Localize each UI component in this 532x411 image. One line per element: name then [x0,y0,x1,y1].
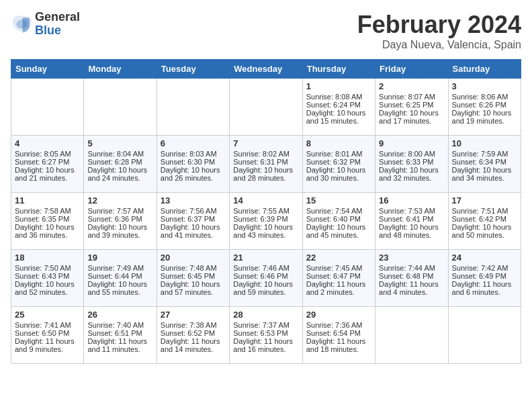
calendar-table: SundayMondayTuesdayWednesdayThursdayFrid… [11,59,521,364]
sunrise-text: Sunrise: 7:44 AM [379,264,435,272]
calendar-cell: 1Sunrise: 8:08 AMSunset: 6:24 PMDaylight… [302,79,375,136]
sunrise-text: Sunrise: 7:57 AM [87,207,144,215]
sunset-text: Sunset: 6:24 PM [306,101,361,109]
day-number: 29 [306,310,371,320]
day-number: 8 [306,138,371,148]
sunrise-text: Sunrise: 7:41 AM [15,321,71,329]
sunset-text: Sunset: 6:49 PM [452,272,506,280]
day-header-tuesday: Tuesday [157,60,229,79]
sunset-text: Sunset: 6:51 PM [87,329,142,337]
daylight-text: Daylight: 10 hours and 50 minutes. [452,223,512,239]
sunrise-text: Sunrise: 7:48 AM [161,264,217,272]
daylight-text: Daylight: 10 hours and 28 minutes. [233,166,293,182]
title-area: February 2024 Daya Nueva, Valencia, Spai… [357,11,521,51]
sunset-text: Sunset: 6:30 PM [161,158,215,166]
daylight-text: Daylight: 10 hours and 19 minutes. [452,109,512,125]
sunrise-text: Sunrise: 7:42 AM [452,264,508,272]
daylight-text: Daylight: 10 hours and 59 minutes. [233,280,293,296]
daylight-text: Daylight: 10 hours and 34 minutes. [452,166,512,182]
sunset-text: Sunset: 6:28 PM [87,158,142,166]
sunrise-text: Sunrise: 7:51 AM [452,207,508,215]
sunset-text: Sunset: 6:47 PM [306,272,361,280]
daylight-text: Daylight: 10 hours and 32 minutes. [379,166,439,182]
day-number: 15 [306,195,371,205]
calendar-cell [375,307,448,364]
sunrise-text: Sunrise: 8:01 AM [306,150,363,158]
sunset-text: Sunset: 6:52 PM [161,329,215,337]
header: General Blue February 2024 Daya Nueva, V… [11,11,521,51]
sunset-text: Sunset: 6:48 PM [379,272,433,280]
day-number: 11 [15,195,80,205]
daylight-text: Daylight: 10 hours and 17 minutes. [379,109,439,125]
sunset-text: Sunset: 6:39 PM [233,215,287,223]
day-number: 22 [306,253,371,263]
sunset-text: Sunset: 6:26 PM [452,101,506,109]
sunrise-text: Sunrise: 7:38 AM [161,321,217,329]
calendar-cell: 6Sunrise: 8:03 AMSunset: 6:30 PMDaylight… [157,136,229,193]
sunrise-text: Sunrise: 8:05 AM [15,150,71,158]
calendar-cell: 7Sunrise: 8:02 AMSunset: 6:31 PMDaylight… [230,136,302,193]
day-number: 7 [233,138,298,148]
sunset-text: Sunset: 6:45 PM [161,272,215,280]
daylight-text: Daylight: 11 hours and 4 minutes. [379,280,439,296]
sunrise-text: Sunrise: 7:54 AM [306,207,363,215]
daylight-text: Daylight: 11 hours and 2 minutes. [306,280,366,296]
calendar-cell: 24Sunrise: 7:42 AMSunset: 6:49 PMDayligh… [448,250,521,307]
daylight-text: Daylight: 10 hours and 15 minutes. [306,109,366,125]
header-row: SundayMondayTuesdayWednesdayThursdayFrid… [11,60,521,79]
page-subtitle: Daya Nueva, Valencia, Spain [357,39,521,51]
day-number: 1 [306,81,371,91]
calendar-cell: 25Sunrise: 7:41 AMSunset: 6:50 PMDayligh… [11,307,84,364]
sunrise-text: Sunrise: 8:07 AM [379,93,435,101]
day-number: 23 [379,253,444,263]
sunset-text: Sunset: 6:34 PM [452,158,506,166]
sunrise-text: Sunrise: 7:59 AM [452,150,508,158]
sunset-text: Sunset: 6:53 PM [233,329,287,337]
daylight-text: Daylight: 10 hours and 21 minutes. [15,166,75,182]
sunrise-text: Sunrise: 7:56 AM [161,207,217,215]
sunset-text: Sunset: 6:54 PM [306,329,361,337]
calendar-cell [157,79,229,136]
day-number: 12 [87,195,152,205]
calendar-cell: 15Sunrise: 7:54 AMSunset: 6:40 PMDayligh… [302,193,375,250]
calendar-cell: 22Sunrise: 7:45 AMSunset: 6:47 PMDayligh… [302,250,375,307]
day-number: 25 [15,310,80,320]
day-number: 24 [452,253,517,263]
day-number: 3 [452,81,517,91]
sunrise-text: Sunrise: 8:04 AM [87,150,144,158]
sunset-text: Sunset: 6:33 PM [379,158,433,166]
day-number: 6 [161,138,226,148]
calendar-cell: 13Sunrise: 7:56 AMSunset: 6:37 PMDayligh… [157,193,229,250]
calendar-cell: 16Sunrise: 7:53 AMSunset: 6:41 PMDayligh… [375,193,448,250]
calendar-week-0: 1Sunrise: 8:08 AMSunset: 6:24 PMDaylight… [11,79,521,136]
daylight-text: Daylight: 11 hours and 18 minutes. [306,337,366,353]
day-number: 26 [87,310,152,320]
sunset-text: Sunset: 6:46 PM [233,272,287,280]
calendar-cell: 19Sunrise: 7:49 AMSunset: 6:44 PMDayligh… [84,250,157,307]
calendar-cell: 9Sunrise: 8:00 AMSunset: 6:33 PMDaylight… [375,136,448,193]
sunrise-text: Sunrise: 7:37 AM [233,321,290,329]
sunrise-text: Sunrise: 7:36 AM [306,321,363,329]
sunset-text: Sunset: 6:32 PM [306,158,361,166]
logo-text: General Blue [35,11,80,38]
calendar-cell: 17Sunrise: 7:51 AMSunset: 6:42 PMDayligh… [448,193,521,250]
sunset-text: Sunset: 6:40 PM [306,215,361,223]
sunset-text: Sunset: 6:35 PM [15,215,69,223]
logo: General Blue [11,11,80,38]
day-header-wednesday: Wednesday [230,60,302,79]
sunset-text: Sunset: 6:31 PM [233,158,287,166]
sunset-text: Sunset: 6:41 PM [379,215,433,223]
day-number: 14 [233,195,298,205]
sunrise-text: Sunrise: 8:06 AM [452,93,508,101]
calendar-cell: 26Sunrise: 7:40 AMSunset: 6:51 PMDayligh… [84,307,157,364]
page-title: February 2024 [357,11,521,39]
daylight-text: Daylight: 10 hours and 48 minutes. [379,223,439,239]
day-number: 28 [233,310,298,320]
sunrise-text: Sunrise: 7:45 AM [306,264,363,272]
daylight-text: Daylight: 10 hours and 43 minutes. [233,223,293,239]
calendar-cell [230,79,302,136]
sunset-text: Sunset: 6:44 PM [87,272,142,280]
calendar-cell: 14Sunrise: 7:55 AMSunset: 6:39 PMDayligh… [230,193,302,250]
sunrise-text: Sunrise: 7:49 AM [87,264,144,272]
calendar-cell: 23Sunrise: 7:44 AMSunset: 6:48 PMDayligh… [375,250,448,307]
